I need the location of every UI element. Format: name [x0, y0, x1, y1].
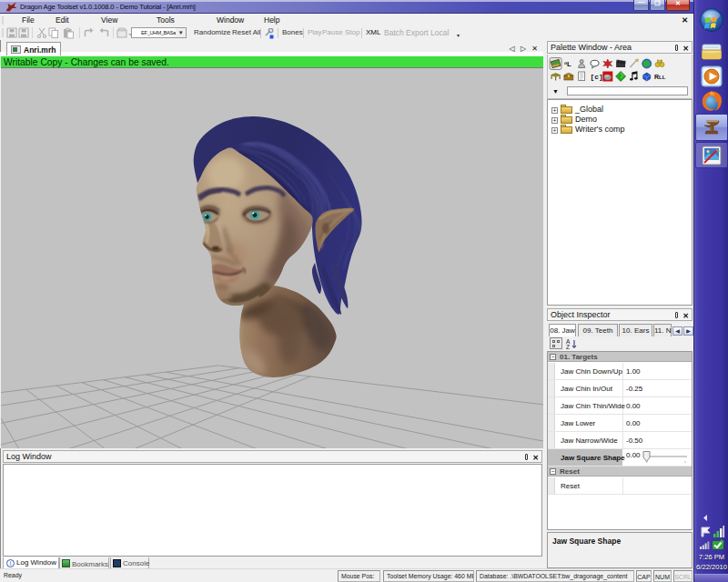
svg-text:RLL: RLL	[654, 74, 666, 80]
svg-text:ⁿL: ⁿL	[564, 60, 571, 68]
svg-text:Z: Z	[566, 344, 570, 350]
svg-text:[c]: [c]	[591, 73, 603, 81]
